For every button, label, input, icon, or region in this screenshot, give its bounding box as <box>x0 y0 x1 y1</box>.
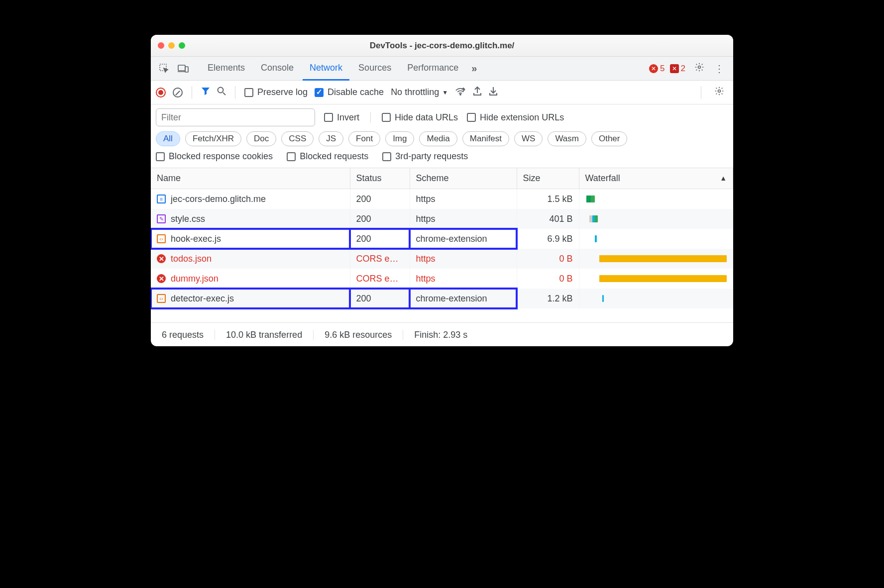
filter-pill-all[interactable]: All <box>156 131 180 146</box>
search-icon[interactable] <box>217 87 226 98</box>
panel-tabbar: ElementsConsoleNetworkSourcesPerformance… <box>151 57 733 81</box>
request-scheme: https <box>410 249 517 269</box>
tab-sources[interactable]: Sources <box>351 57 398 81</box>
filter-row: Invert Hide data URLs Hide extension URL… <box>151 104 733 128</box>
svg-point-5 <box>460 94 461 95</box>
close-window-button[interactable] <box>158 42 164 49</box>
filter-pill-doc[interactable]: Doc <box>246 131 276 146</box>
request-size: 6.9 kB <box>517 229 579 249</box>
request-name: jec-cors-demo.glitch.me <box>171 194 266 204</box>
request-scheme: https <box>410 269 517 289</box>
error-icon: ✕ <box>157 274 166 283</box>
svg-point-6 <box>718 90 721 93</box>
request-status: 200 <box>350 229 410 249</box>
invert-checkbox[interactable]: Invert <box>324 112 359 123</box>
status-bar: 6 requests 10.0 kB transferred 9.6 kB re… <box>151 322 733 346</box>
svg-point-4 <box>218 88 223 93</box>
disable-cache-checkbox[interactable]: Disable cache <box>315 87 384 98</box>
col-header-name[interactable]: Name <box>151 168 350 189</box>
filter-input[interactable] <box>156 108 315 126</box>
request-name: hook-exec.js <box>171 234 221 244</box>
filter-pill-manifest[interactable]: Manifest <box>462 131 509 146</box>
status-resources: 9.6 kB resources <box>314 330 403 340</box>
network-toolbar: Preserve log Disable cache No throttling… <box>151 81 733 104</box>
js-file-icon: ‹› <box>157 294 166 303</box>
filter-pill-other[interactable]: Other <box>591 131 628 146</box>
request-size: 1.5 kB <box>517 189 579 209</box>
more-tabs-chevron-icon[interactable]: » <box>467 63 481 74</box>
throttling-select[interactable]: No throttling▼ <box>391 87 448 98</box>
request-name: dummy.json <box>171 274 219 284</box>
extra-filter-row: Blocked response cookies Blocked request… <box>151 151 733 168</box>
devtools-window: DevTools - jec-cors-demo.glitch.me/ Elem… <box>151 35 733 346</box>
export-har-icon[interactable] <box>473 86 482 98</box>
request-scheme: https <box>410 189 517 209</box>
request-waterfall <box>579 249 733 269</box>
third-party-checkbox[interactable]: 3rd-party requests <box>382 151 468 162</box>
request-row[interactable]: ✎style.css200https401 B <box>151 209 733 229</box>
request-row[interactable]: ‹›hook-exec.js200chrome-extension6.9 kB <box>151 229 733 249</box>
request-row[interactable]: ‹›detector-exec.js200chrome-extension1.2… <box>151 289 733 308</box>
tab-elements[interactable]: Elements <box>201 57 252 81</box>
request-row[interactable]: ✕todos.jsonCORS e…https0 B <box>151 249 733 269</box>
hide-data-urls-checkbox[interactable]: Hide data URLs <box>382 112 458 123</box>
request-status: 200 <box>350 289 410 308</box>
window-title: DevTools - jec-cors-demo.glitch.me/ <box>151 41 733 51</box>
col-header-size[interactable]: Size <box>517 168 579 189</box>
filter-funnel-icon[interactable] <box>201 87 210 98</box>
doc-file-icon: ≡ <box>157 195 166 203</box>
filter-pill-img[interactable]: Img <box>385 131 414 146</box>
request-row[interactable]: ✕dummy.jsonCORS e…https0 B <box>151 269 733 289</box>
minimize-window-button[interactable] <box>168 42 175 49</box>
request-name: detector-exec.js <box>171 294 234 304</box>
titlebar: DevTools - jec-cors-demo.glitch.me/ <box>151 35 733 57</box>
network-conditions-icon[interactable] <box>455 87 466 98</box>
errors-badge[interactable]: ✕5 <box>649 64 664 74</box>
network-settings-gear-icon[interactable] <box>710 86 728 98</box>
request-status: 200 <box>350 209 410 229</box>
filter-pill-media[interactable]: Media <box>419 131 457 146</box>
css-file-icon: ✎ <box>157 214 166 223</box>
request-waterfall <box>579 209 733 229</box>
svg-point-3 <box>698 66 701 69</box>
clear-button[interactable] <box>173 88 183 98</box>
col-header-status[interactable]: Status <box>350 168 410 189</box>
preserve-log-checkbox[interactable]: Preserve log <box>244 87 308 98</box>
table-header-row: Name Status Scheme Size Waterfall▲ <box>151 168 733 189</box>
col-header-scheme[interactable]: Scheme <box>410 168 517 189</box>
hide-extension-urls-checkbox[interactable]: Hide extension URLs <box>467 112 564 123</box>
maximize-window-button[interactable] <box>179 42 185 49</box>
filter-pill-js[interactable]: JS <box>319 131 343 146</box>
filter-pill-ws[interactable]: WS <box>514 131 543 146</box>
request-scheme: https <box>410 209 517 229</box>
request-size: 1.2 kB <box>517 289 579 308</box>
filter-pill-wasm[interactable]: Wasm <box>548 131 586 146</box>
request-name: todos.json <box>171 254 212 264</box>
filter-pill-fetch-xhr[interactable]: Fetch/XHR <box>185 131 241 146</box>
request-waterfall <box>579 189 733 209</box>
filter-pill-css[interactable]: CSS <box>281 131 314 146</box>
col-header-waterfall[interactable]: Waterfall▲ <box>579 168 733 189</box>
tab-console[interactable]: Console <box>254 57 301 81</box>
request-name: style.css <box>171 214 205 224</box>
filter-pill-font[interactable]: Font <box>348 131 380 146</box>
svg-rect-1 <box>178 65 185 71</box>
request-row[interactable]: ≡jec-cors-demo.glitch.me200https1.5 kB <box>151 189 733 209</box>
import-har-icon[interactable] <box>489 86 498 98</box>
inspect-icon[interactable] <box>156 60 173 77</box>
network-table: Name Status Scheme Size Waterfall▲ ≡jec-… <box>151 168 733 308</box>
blocked-requests-checkbox[interactable]: Blocked requests <box>287 151 368 162</box>
status-requests: 6 requests <box>151 330 215 340</box>
request-waterfall <box>579 289 733 308</box>
tab-performance[interactable]: Performance <box>400 57 465 81</box>
tab-network[interactable]: Network <box>303 57 349 81</box>
request-status: CORS e… <box>350 249 410 269</box>
record-button[interactable] <box>156 88 166 98</box>
issues-badge[interactable]: ✕2 <box>670 64 685 74</box>
settings-gear-icon[interactable] <box>690 62 708 75</box>
blocked-cookies-checkbox[interactable]: Blocked response cookies <box>156 151 273 162</box>
error-icon: ✕ <box>157 254 166 263</box>
device-toolbar-icon[interactable] <box>175 60 192 77</box>
more-menu-icon[interactable]: ⋮ <box>710 63 728 75</box>
request-status: 200 <box>350 189 410 209</box>
